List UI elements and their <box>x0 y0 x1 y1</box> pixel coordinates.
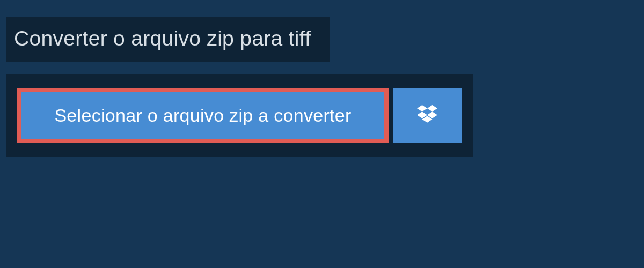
upload-area: Selecionar o arquivo zip a converter <box>6 74 473 157</box>
button-row: Selecionar o arquivo zip a converter <box>17 88 463 143</box>
dropbox-icon <box>417 105 437 126</box>
select-file-button-label: Selecionar o arquivo zip a converter <box>54 105 351 126</box>
converter-panel: Converter o arquivo zip para tiff Seleci… <box>0 0 644 174</box>
dropbox-button[interactable] <box>393 88 462 143</box>
select-file-button[interactable]: Selecionar o arquivo zip a converter <box>17 88 389 143</box>
heading-wrapper: Converter o arquivo zip para tiff <box>6 17 330 62</box>
page-title: Converter o arquivo zip para tiff <box>14 27 311 50</box>
